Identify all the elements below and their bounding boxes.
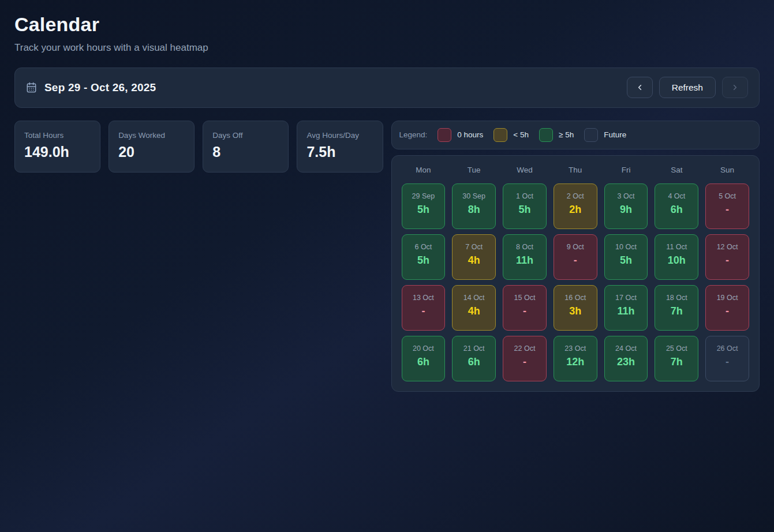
legend-bar: Legend: 0 hours < 5h ≥ 5h Future [391, 121, 760, 149]
day-date-label: 26 Oct [706, 344, 749, 353]
calendar-day-cell: 29 Sep5h [402, 183, 446, 229]
day-date-label: 11 Oct [655, 243, 698, 251]
legend-item-low: < 5h [493, 128, 529, 142]
day-date-label: 25 Oct [655, 344, 698, 353]
calendar-day-cell: 9 Oct- [554, 234, 597, 280]
day-date-label: 24 Oct [605, 344, 648, 353]
calendar-day-cell: 17 Oct11h [604, 285, 648, 331]
day-hours-value: 6h [402, 356, 445, 368]
stat-label: Total Hours [24, 131, 91, 140]
stat-card-total-hours: Total Hours 149.0h [14, 121, 100, 173]
prev-period-button[interactable] [627, 77, 653, 98]
day-hours-value: 6h [453, 356, 495, 368]
day-date-label: 4 Oct [655, 192, 698, 200]
stats-row: Total Hours 149.0h Days Worked 20 Days O… [14, 121, 383, 173]
day-hours-value: 2h [554, 204, 597, 216]
day-hours-value: 11h [605, 305, 648, 317]
day-date-label: 17 Oct [605, 294, 648, 302]
day-date-label: 12 Oct [706, 243, 749, 251]
page-header: Calendar Track your work hours with a vi… [14, 14, 760, 54]
day-date-label: 2 Oct [554, 192, 597, 200]
day-date-label: 20 Oct [402, 344, 445, 353]
stat-value: 20 [118, 144, 185, 160]
calendar-day-cell: 10 Oct5h [604, 234, 648, 280]
day-date-label: 13 Oct [402, 294, 445, 302]
day-hours-value: - [503, 356, 546, 368]
day-hours-value: 10h [655, 254, 698, 267]
chevron-right-icon [731, 83, 739, 92]
calendar-day-cell: 18 Oct7h [655, 285, 698, 331]
refresh-button[interactable]: Refresh [659, 77, 716, 98]
day-date-label: 23 Oct [554, 344, 597, 353]
calendar-day-cell: 12 Oct- [705, 234, 749, 280]
calendar-day-cell: 6 Oct5h [402, 234, 446, 280]
heatmap-column: Legend: 0 hours < 5h ≥ 5h Future MonTueW… [391, 121, 760, 392]
stat-label: Days Off [212, 131, 279, 140]
day-headers-row: MonTueWedThuFriSatSun [402, 166, 750, 174]
day-hours-value: 3h [554, 305, 597, 317]
next-period-button[interactable] [722, 77, 748, 98]
future-swatch-icon [584, 128, 598, 142]
day-date-label: 19 Oct [706, 294, 749, 302]
high-hours-swatch-icon [539, 128, 553, 142]
day-hours-value: 8h [453, 204, 495, 216]
stat-card-avg-hours: Avg Hours/Day 7.5h [297, 121, 383, 173]
day-header: Thu [554, 166, 597, 174]
legend-item-future: Future [584, 128, 626, 142]
calendar-day-cell: 3 Oct9h [604, 183, 648, 229]
day-hours-value: 4h [453, 254, 495, 267]
stat-label: Days Worked [118, 131, 185, 140]
calendar-day-cell: 24 Oct23h [604, 336, 648, 381]
day-header: Wed [503, 166, 547, 174]
calendar-day-cell: 19 Oct- [705, 285, 749, 331]
low-hours-swatch-icon [493, 128, 507, 142]
calendar-day-cell: 2 Oct2h [554, 183, 597, 229]
day-date-label: 22 Oct [503, 344, 546, 353]
day-date-label: 21 Oct [453, 344, 495, 353]
main-content: Total Hours 149.0h Days Worked 20 Days O… [14, 121, 760, 392]
day-date-label: 8 Oct [503, 243, 546, 251]
calendar-day-cell: 23 Oct12h [554, 336, 597, 381]
day-date-label: 30 Sep [453, 192, 495, 200]
day-hours-value: - [402, 305, 445, 317]
calendar-grid: 29 Sep5h30 Sep8h1 Oct5h2 Oct2h3 Oct9h4 O… [402, 183, 750, 381]
stat-card-days-off: Days Off 8 [203, 121, 289, 173]
day-date-label: 1 Oct [503, 192, 546, 200]
day-date-label: 15 Oct [503, 294, 546, 302]
day-date-label: 16 Oct [554, 294, 597, 302]
stat-value: 149.0h [24, 144, 91, 160]
day-date-label: 29 Sep [402, 192, 445, 200]
day-header: Tue [452, 166, 496, 174]
day-hours-value: 23h [605, 356, 648, 368]
calendar-day-cell: 22 Oct- [503, 336, 547, 381]
day-hours-value: 7h [655, 356, 698, 368]
day-hours-value: 11h [503, 254, 546, 267]
calendar-day-cell: 16 Oct3h [554, 285, 597, 331]
day-hours-value: 4h [453, 305, 495, 317]
stat-value: 7.5h [306, 144, 373, 160]
calendar-day-cell: 8 Oct11h [503, 234, 547, 280]
day-hours-value: - [503, 305, 546, 317]
day-hours-value: - [706, 254, 749, 267]
date-nav: Refresh [627, 77, 748, 98]
day-header: Sat [655, 166, 698, 174]
calendar-day-cell: 21 Oct6h [452, 336, 496, 381]
calendar-day-cell: 20 Oct6h [402, 336, 446, 381]
day-date-label: 7 Oct [453, 243, 495, 251]
legend-item-high: ≥ 5h [539, 128, 574, 142]
day-hours-value: 5h [503, 204, 546, 216]
calendar-day-cell: 11 Oct10h [655, 234, 698, 280]
day-hours-value: 5h [402, 254, 445, 267]
day-hours-value: 12h [554, 356, 597, 368]
calendar-day-cell: 1 Oct5h [503, 183, 547, 229]
day-header: Fri [604, 166, 648, 174]
legend-item-zero: 0 hours [438, 128, 483, 142]
day-hours-value: 7h [655, 305, 698, 317]
calendar-day-cell: 7 Oct4h [452, 234, 496, 280]
stat-label: Avg Hours/Day [306, 131, 373, 140]
day-hours-value: 6h [655, 204, 698, 216]
stat-card-days-worked: Days Worked 20 [109, 121, 195, 173]
calendar-day-cell: 14 Oct4h [452, 285, 496, 331]
day-header: Sun [705, 166, 749, 174]
page-subtitle: Track your work hours with a visual heat… [14, 42, 760, 54]
